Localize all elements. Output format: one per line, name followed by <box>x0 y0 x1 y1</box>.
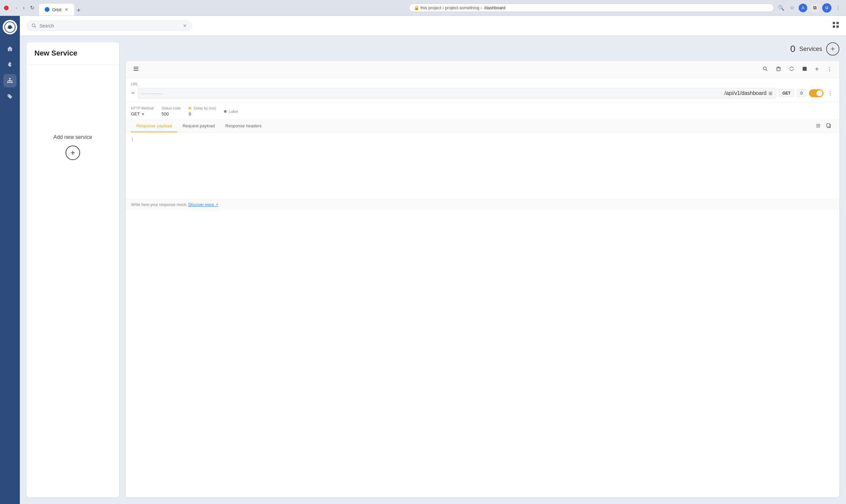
svg-line-28 <box>790 67 792 68</box>
hamburger-menu-button[interactable] <box>131 65 141 74</box>
delay-label: Delay by (ms) <box>189 106 216 110</box>
tabs-row: Response payload Request payload Respons… <box>126 120 840 132</box>
status-code-value: 500 <box>161 111 169 116</box>
address-prefix: 🔒 this project › project-something › <box>414 5 482 10</box>
svg-rect-6 <box>11 82 13 83</box>
tab-response-headers[interactable]: Response headers <box>220 120 267 132</box>
mock-panel: + ⋮ URL ······· <box>126 61 840 498</box>
extension-puzzle: A <box>798 3 808 13</box>
url-row: ·················· /api/v1/dashboard ⊞ G… <box>131 88 834 98</box>
discover-link[interactable]: Discover more ↗ <box>188 202 218 207</box>
stop-toolbar-button[interactable] <box>800 65 809 74</box>
more-toolbar-button[interactable]: ⋮ <box>825 65 834 74</box>
back-button[interactable]: ‹ <box>14 4 19 12</box>
extensions-button[interactable]: ⧉ <box>810 3 819 13</box>
svg-point-21 <box>763 67 766 70</box>
editor-area[interactable]: 1 <box>126 132 840 199</box>
address-path: /dashboard <box>484 5 506 10</box>
address-bar[interactable]: 🔒 this project › project-something › /da… <box>409 4 774 12</box>
sidebar-item-tags[interactable] <box>3 90 17 103</box>
label-label: Label <box>224 109 238 113</box>
url-more-button[interactable]: ⋮ <box>826 89 834 98</box>
tabs-copy-button[interactable] <box>824 122 834 131</box>
url-collapse-button[interactable] <box>131 91 135 96</box>
delay-value: 0 <box>189 111 191 116</box>
browser-chrome: ‹ › ↻ 🔵 Orbit ✕ + 🔒 this project › proje… <box>0 0 846 16</box>
bookmark-button[interactable]: ☆ <box>789 3 796 12</box>
orbit-favicon: 🔵 <box>44 7 50 12</box>
reload-button[interactable]: ↻ <box>28 4 36 12</box>
svg-rect-14 <box>833 22 835 24</box>
url-icon-button[interactable]: ⊞ <box>769 91 773 96</box>
svg-line-13 <box>35 26 36 28</box>
url-input[interactable]: ·················· /api/v1/dashboard ⊞ <box>138 88 776 98</box>
tabs-list-button[interactable] <box>813 122 824 131</box>
url-label: URL <box>131 82 834 86</box>
forward-button[interactable]: › <box>21 4 27 12</box>
svg-line-30 <box>790 69 792 71</box>
collapse-toolbar-button[interactable] <box>787 65 796 74</box>
add-service-circle-button[interactable]: + <box>826 42 840 56</box>
svg-rect-15 <box>836 22 839 24</box>
new-service-card: New Service Add new service + <box>27 42 119 498</box>
add-service-button[interactable]: + <box>66 145 80 160</box>
grid-view-button[interactable] <box>832 21 840 30</box>
status-code-label: Status code <box>161 106 181 110</box>
trash-icon <box>776 66 781 71</box>
search-toolbar-icon <box>763 66 768 71</box>
search-toolbar-button[interactable] <box>761 65 770 74</box>
delete-toolbar-button[interactable] <box>774 65 783 74</box>
home-icon <box>6 46 13 52</box>
copy-icon <box>826 123 831 128</box>
toggle-switch[interactable] <box>809 89 824 97</box>
http-method-dropdown[interactable]: ▾ <box>142 112 144 116</box>
tab-request-payload[interactable]: Request payload <box>177 120 221 132</box>
window-controls <box>4 6 8 10</box>
nav-arrows: ‹ › ↻ <box>14 4 36 12</box>
label-dot <box>224 110 227 113</box>
chevron-down-icon <box>131 91 135 95</box>
svg-rect-4 <box>7 82 8 83</box>
get-badge-button[interactable]: GET <box>779 89 794 97</box>
delay-field: Delay by (ms) 0 <box>189 106 216 116</box>
add-toolbar-button[interactable]: + <box>813 64 821 74</box>
tab-close-button[interactable]: ✕ <box>64 6 69 13</box>
sidebar-logo: orbit <box>3 20 17 34</box>
services-header: 0 Services + <box>126 42 840 56</box>
svg-text:orbit: orbit <box>7 26 13 29</box>
top-bar: ✕ <box>20 16 846 36</box>
browser-tab-orbit[interactable]: 🔵 Orbit ✕ <box>39 4 74 16</box>
svg-line-22 <box>766 69 767 71</box>
menu-button[interactable]: ⋮ <box>834 3 842 12</box>
svg-rect-23 <box>777 68 780 71</box>
services-label: Services <box>799 46 822 53</box>
svg-point-12 <box>32 24 35 27</box>
puzzle-icon <box>6 61 13 68</box>
http-method-value: GET <box>131 111 140 116</box>
tab-response-payload[interactable]: Response payload <box>131 120 177 132</box>
zoom-button[interactable]: 🔍 <box>777 3 786 12</box>
external-link-icon: ↗ <box>215 202 218 207</box>
url-path: /api/v1/dashboard <box>724 90 766 96</box>
profile-avatar[interactable]: U <box>822 3 831 13</box>
sidebar-item-plugins[interactable] <box>3 58 17 71</box>
search-clear-button[interactable]: ✕ <box>183 23 187 29</box>
stop-icon <box>802 67 807 71</box>
browser-actions: 🔍 ☆ A ⧉ U ⋮ <box>777 3 842 13</box>
sidebar-item-hierarchy[interactable] <box>3 74 17 87</box>
search-box[interactable]: ✕ <box>27 21 192 31</box>
content-area: New Service Add new service + 0 Services… <box>20 36 846 504</box>
svg-rect-37 <box>827 124 830 127</box>
search-input[interactable] <box>39 23 180 29</box>
service-card-header: New Service <box>27 42 119 65</box>
http-method-label: HTTP Method <box>131 106 154 110</box>
mock-toolbar: + ⋮ <box>126 61 840 78</box>
tab-bar: 🔵 Orbit ✕ + <box>39 0 404 16</box>
status-code-value-row: 500 <box>161 111 181 116</box>
url-masked: ·················· <box>141 91 724 96</box>
new-tab-button[interactable]: + <box>74 5 83 16</box>
services-panel: 0 Services + <box>126 42 840 498</box>
close-button[interactable] <box>4 6 8 10</box>
main-content: ✕ New Service Add new service <box>20 16 846 504</box>
sidebar-item-home[interactable] <box>3 42 17 56</box>
